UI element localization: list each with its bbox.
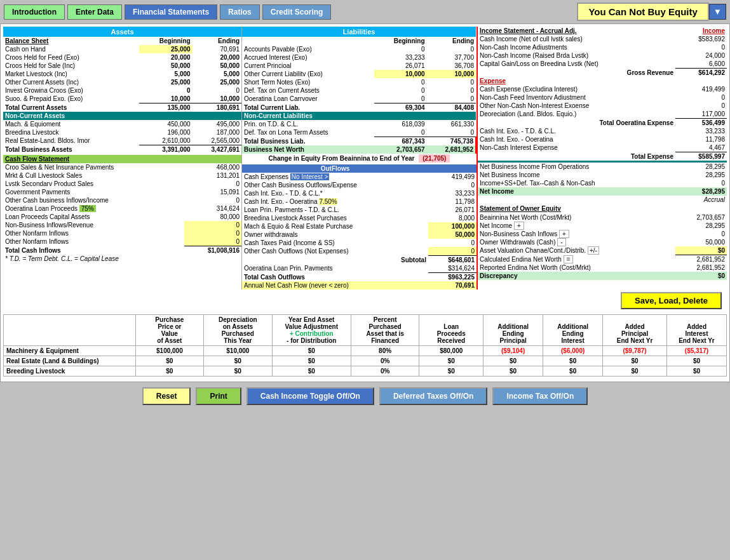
col-header-depreciation: Depreciationon AssetsPurchasedThis Year [204, 315, 272, 346]
col-header-spacer [4, 315, 136, 346]
list-item: 450,000 [139, 120, 193, 128]
list-item: Def. Tax on Lona Term Assets [242, 128, 374, 137]
list-item: 11,798 [675, 135, 727, 143]
list-item: 33,233 [428, 189, 477, 197]
realestate-add-prin-next: $0 [603, 356, 667, 366]
tab-enter-data[interactable]: Enter Data [67, 4, 122, 20]
change-equity-value: (21,705) [419, 154, 450, 163]
list-item: Beainnina Net Worth (Cost/Mrkt) [478, 213, 675, 222]
col-header-add-interest: AdditionalEndingInterest [543, 315, 603, 346]
tab-financial-statements[interactable]: Financial Statements [125, 4, 217, 20]
breeding-loan-proceeds: $0 [419, 366, 483, 377]
list-item: Other Current Assets (Inc) [3, 78, 139, 86]
list-item: 0 [184, 229, 241, 237]
list-item: Cash Int. Exo. - Ooeratina 7.50% [242, 197, 428, 206]
list-item: 495,000 [193, 120, 241, 128]
machinery-add-int-next: ($5,317) [666, 346, 726, 356]
total-current-liab-beg: 69,304 [374, 103, 426, 112]
list-item: 0 [675, 102, 727, 110]
list-item: Cash Expenses No Interest > [242, 173, 428, 181]
list-item: Deoreciation (Land. Bldos. Equio.) [478, 110, 675, 119]
outflows-header: OutFlows [242, 164, 428, 173]
list-item: 37,700 [427, 53, 476, 62]
list-item: Owner Withdrawals (Cash) - [478, 238, 675, 246]
list-item: 33,233 [374, 53, 426, 62]
change-equity-label: Change in Equity From Beainnina to End o… [269, 155, 415, 162]
list-item: Current Princioal [242, 62, 374, 70]
list-item: Owner withdrawals [242, 230, 428, 239]
tab-ratios[interactable]: Ratios [220, 4, 260, 20]
assets-header: Assets [3, 27, 241, 37]
footnote: * T.D. = Term Debt. C.L. = Capital Lease [3, 255, 241, 263]
reset-button[interactable]: Reset [142, 387, 191, 405]
list-item: Short Term Notes (Exo) [242, 78, 374, 86]
cash-income-toggle-button[interactable]: Cash Income Toggle Off/On [247, 387, 374, 405]
list-item: Mach & Equio & Real Estate Purchase [242, 222, 428, 230]
list-item: 0 [427, 128, 476, 137]
list-item: 36,708 [427, 62, 476, 70]
list-item: 50,000 [675, 238, 727, 246]
list-item: 419,499 [428, 173, 477, 181]
list-item: 10,000 [193, 95, 241, 103]
asset-label-breeding: Breeding Livestock [4, 366, 136, 377]
list-item: 0 [428, 181, 477, 189]
breeding-purchase: $0 [135, 366, 203, 377]
list-item: 2,565,000 [193, 137, 241, 145]
lib-header-spacer [242, 37, 374, 45]
list-item: 0 [184, 221, 241, 229]
machinery-add-prin-next: ($9,787) [603, 346, 667, 356]
list-item: Calculated Endina Net Worth = [478, 255, 675, 264]
list-item: 0 [675, 93, 727, 102]
discrepancy-label: Discrepancy [478, 272, 675, 280]
machinery-loan-proceeds: $80,000 [419, 346, 483, 356]
list-item: Cash Taxes Paid (Income & SS) [242, 239, 428, 247]
table-row: Machinery & Equipment $100,000 $10,000 $… [4, 346, 727, 356]
list-item: 28,295 [675, 222, 727, 230]
list-item: Capital Gain/Loss on Breedina Lvstk (Net… [478, 60, 675, 69]
total-current-assets-beg: 135,000 [139, 103, 193, 112]
list-item: 196,000 [139, 128, 193, 137]
list-item: Lvstk Secondarv Product Sales [3, 180, 184, 188]
list-item: 70,691 [193, 45, 241, 53]
list-item: 50,000 [428, 230, 477, 239]
asset-label-machinery: Machinery & Equipment [4, 346, 136, 356]
list-item: 0 [374, 128, 426, 137]
bs-ending-header: Ending [193, 37, 241, 45]
list-item: Cash Income (Net of cull lvstk sales) [478, 35, 675, 43]
total-current-assets-label: Total Current Assets [3, 103, 139, 112]
list-item: 661,330 [427, 120, 476, 128]
col-header-add-int-next: AddedInterestEnd Next Yr [666, 315, 726, 346]
accrual-label: Accrual [478, 196, 727, 204]
dropdown-button[interactable]: ▼ [709, 4, 726, 20]
list-item: 15,091 [184, 188, 241, 196]
col-header-add-prin-next: AddedPrincipalEnd Next Yr [603, 315, 667, 346]
income-tax-button[interactable]: Income Tax Off/On [492, 387, 588, 405]
list-item: Mach. & Equioment [3, 120, 139, 128]
list-item: 117,000 [675, 110, 727, 119]
list-item: Real Estate-Land. Bldos. Imor [3, 137, 139, 145]
tab-credit-scoring[interactable]: Credit Scoring [262, 4, 332, 20]
breeding-add-principal: $0 [483, 366, 543, 377]
list-item: $583,692 [675, 35, 727, 43]
list-item: 2,681,952 [675, 263, 727, 272]
list-item: Invest Growina Croos (Exo) [3, 86, 139, 95]
list-item: Cash on Hand [3, 45, 139, 53]
realestate-depreciation: $0 [204, 356, 272, 366]
deferred-taxes-button[interactable]: Deferred Taxes Off/On [379, 387, 487, 405]
list-item: 5,000 [193, 70, 241, 78]
list-item: Non-Cash Feed Inventorv Adiustment [478, 93, 675, 102]
list-item: Other Nonfarm Inflows [3, 237, 184, 246]
list-item: 0 [427, 78, 476, 86]
breeding-percent: 0% [351, 366, 419, 377]
col-header-percent: PercentPurchasedAsset that isFinanced [351, 315, 419, 346]
tab-introduction[interactable]: Introduction [4, 4, 65, 20]
list-item: Suoo. & Prepaid Exo. (Exo) [3, 95, 139, 103]
liabilities-header: Liabilities [242, 27, 476, 37]
total-business-assets-beg: 3,391,000 [139, 145, 193, 154]
total-current-liab-end: 84,408 [427, 103, 476, 112]
list-item: 0 [427, 86, 476, 95]
save-load-delete-button[interactable]: Save, Load, Delete [621, 292, 722, 309]
list-item: 25,000 [193, 78, 241, 86]
print-button[interactable]: Print [196, 387, 241, 405]
machinery-add-principal: ($9,104) [483, 346, 543, 356]
